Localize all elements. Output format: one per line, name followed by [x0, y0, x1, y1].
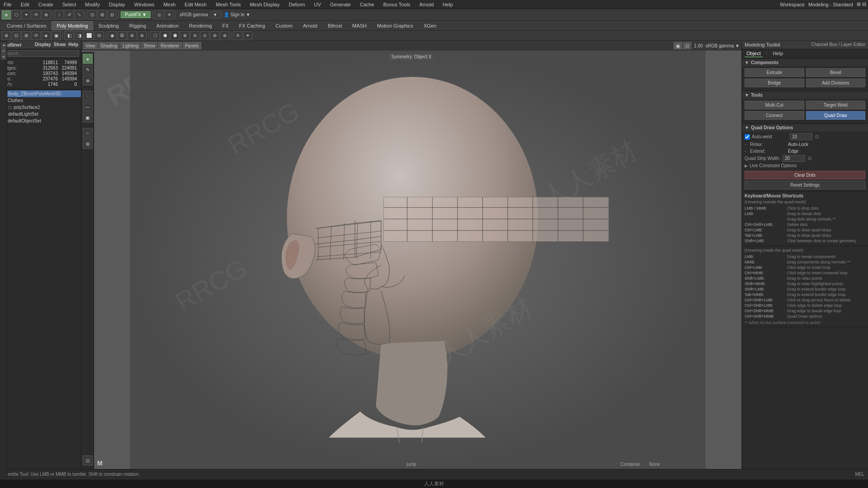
- tb2-btn1[interactable]: ⊕: [2, 31, 11, 40]
- live-constraint-label[interactable]: Live Constraint Options: [750, 163, 797, 168]
- tb2-btn6[interactable]: ▣: [52, 31, 61, 40]
- tb2-btn3[interactable]: ⊞: [22, 31, 31, 40]
- menu-bonus-tools[interactable]: Bonus Tools: [382, 2, 412, 7]
- search-input[interactable]: [2, 50, 79, 57]
- menu-mesh-tools[interactable]: Mesh Tools: [214, 2, 242, 7]
- tab-sculpting[interactable]: Sculpting: [94, 21, 124, 30]
- menu-mesh[interactable]: Mesh: [161, 2, 177, 7]
- select-mode-icon[interactable]: ◈: [83, 54, 93, 64]
- tb2-split[interactable]: ⊖: [190, 31, 199, 40]
- left-tool-2[interactable]: ⊡: [1, 48, 6, 54]
- tab-fx-caching[interactable]: FX Caching: [234, 21, 270, 30]
- menu-windows[interactable]: Windows: [132, 2, 156, 7]
- tab-rendering[interactable]: Rendering: [184, 21, 217, 30]
- tb2-bevel[interactable]: ⬢: [160, 31, 170, 40]
- tab-custom[interactable]: Custom: [270, 21, 297, 30]
- tab-motion-graphics[interactable]: Motion Graphics: [372, 21, 418, 30]
- move-btn[interactable]: ↕: [55, 10, 64, 19]
- tb2-btn7[interactable]: ◧: [65, 31, 74, 40]
- menu-edit-mesh[interactable]: Edit Mesh: [183, 2, 208, 7]
- outliner-show[interactable]: Show: [54, 42, 66, 47]
- quad-strip-slider[interactable]: ⊡: [808, 156, 811, 161]
- tb2-merge[interactable]: ⊛: [220, 31, 229, 40]
- tree-item-objectset[interactable]: ◈ defaultObjectSet: [0, 117, 81, 124]
- snap-to-icon[interactable]: ⊡: [83, 455, 93, 465]
- hide-icon[interactable]: ○: [83, 128, 93, 138]
- menu-arnold[interactable]: Arnold: [417, 2, 435, 7]
- menu-edit[interactable]: Edit: [19, 2, 31, 7]
- tab-xgen[interactable]: XGen: [419, 21, 441, 30]
- tb2-btn8[interactable]: ◨: [75, 31, 84, 40]
- bevel-btn[interactable]: Bevel: [806, 68, 866, 77]
- scale-btn[interactable]: ⤡: [75, 10, 84, 19]
- render-btn[interactable]: PushFX ▼: [121, 11, 151, 18]
- tb2-weld[interactable]: ⊚: [210, 31, 219, 40]
- bridge-btn[interactable]: Bridge: [745, 79, 804, 87]
- tab-curves-surfaces[interactable]: Curves / Surfaces: [2, 21, 51, 30]
- viewport[interactable]: View Shading Lighting Show Renderer Pane…: [81, 41, 741, 469]
- outliner-display[interactable]: Display: [35, 42, 51, 47]
- connect-btn[interactable]: Connect: [745, 111, 804, 120]
- menu-help[interactable]: Help: [441, 2, 455, 7]
- menu-mesh-display[interactable]: Mesh Display: [248, 2, 282, 7]
- tb2-btn5[interactable]: ◈: [42, 31, 51, 40]
- components-header[interactable]: ▼ Components: [742, 59, 868, 66]
- outliner-help[interactable]: Help: [68, 42, 78, 47]
- tb2-btn10[interactable]: ⊟: [94, 31, 104, 40]
- reset-settings-btn[interactable]: Reset Settings: [745, 181, 865, 189]
- vert-select-icon[interactable]: ·: [83, 91, 93, 101]
- tab-rigging[interactable]: Rigging: [124, 21, 151, 30]
- gamma-dropdown[interactable]: ▼: [211, 11, 220, 18]
- menu-deform[interactable]: Deform: [287, 2, 307, 7]
- grid-btn[interactable]: ⊟: [108, 10, 117, 19]
- tab-mash[interactable]: MASH: [347, 21, 372, 30]
- quad-strip-input[interactable]: [783, 155, 805, 162]
- quad-draw-btn[interactable]: Quad Draw: [806, 111, 866, 120]
- menu-uv[interactable]: UV: [312, 2, 323, 7]
- auto-weld-input[interactable]: [790, 133, 812, 140]
- tb2-btn4[interactable]: ⟳: [32, 31, 41, 40]
- tools-header[interactable]: ▼ Tools: [742, 91, 868, 99]
- tb2-fill[interactable]: ⊙: [200, 31, 209, 40]
- tab-animation[interactable]: Animation: [151, 21, 184, 30]
- tb2-btn13[interactable]: ⊗: [127, 31, 137, 40]
- tb2-btn14[interactable]: ⊛: [137, 31, 146, 40]
- menu-generate[interactable]: Generate: [328, 2, 353, 7]
- tb2-btn2[interactable]: ⊡: [12, 31, 21, 40]
- menu-display[interactable]: Display: [107, 2, 127, 7]
- magnet-btn[interactable]: ⊞: [98, 10, 107, 19]
- camera-btn[interactable]: ◎: [155, 10, 164, 19]
- tb2-btn9[interactable]: ⬜: [85, 31, 94, 40]
- tree-item-polysurface[interactable]: ⬡ polySurface2: [0, 104, 81, 111]
- rp-tab-object[interactable]: Object: [745, 50, 763, 57]
- select-tool-btn[interactable]: ◈: [2, 10, 11, 19]
- menu-create[interactable]: Create: [37, 2, 55, 7]
- vp-cam-btn[interactable]: ▣: [674, 42, 682, 49]
- auto-weld-slider[interactable]: ⊡: [815, 134, 819, 139]
- rp-channel-box[interactable]: Channel Box / Layer Editor: [811, 42, 865, 47]
- tb2-bridge[interactable]: ⬣: [170, 31, 179, 40]
- tb2-chamfer[interactable]: ✦: [243, 31, 252, 40]
- tab-fx[interactable]: FX: [217, 21, 234, 30]
- tool-btn-2[interactable]: ⬡: [12, 10, 21, 19]
- left-tool-3[interactable]: ⊞: [1, 54, 6, 60]
- vp-shading-btn[interactable]: Shading: [99, 42, 120, 49]
- sculpt-icon[interactable]: ⊕: [83, 75, 93, 85]
- tb2-btn11[interactable]: ◉: [108, 31, 117, 40]
- tool-btn-5[interactable]: ⊕: [42, 10, 51, 19]
- tree-item-clothes[interactable]: ▶ Clothes: [0, 97, 81, 104]
- clear-dots-btn[interactable]: Clear Dots: [745, 171, 865, 179]
- tb2-btn12[interactable]: ⦿: [118, 31, 127, 40]
- auto-weld-checkbox[interactable]: [745, 134, 750, 140]
- face-select-icon[interactable]: ▣: [83, 113, 93, 122]
- tab-arnold[interactable]: Arnold: [298, 21, 322, 30]
- tree-item-body[interactable]: ⬡ Body_ZBrushPolyMesh3D: [0, 90, 81, 97]
- tree-item-lightset[interactable]: ☀ defaultLightSet: [0, 111, 81, 117]
- multi-cut-btn[interactable]: Multi-Cut: [745, 101, 804, 109]
- menu-modify[interactable]: Modify: [83, 2, 101, 7]
- tb2-delete[interactable]: ✕: [233, 31, 242, 40]
- tool-btn-4[interactable]: ⟳: [32, 10, 41, 19]
- tab-poly-modeling[interactable]: Poly Modeling: [52, 21, 93, 30]
- quad-draw-options-header[interactable]: ▼ Quad Draw Options: [742, 124, 868, 131]
- tb2-extrude[interactable]: ⬡: [151, 31, 160, 40]
